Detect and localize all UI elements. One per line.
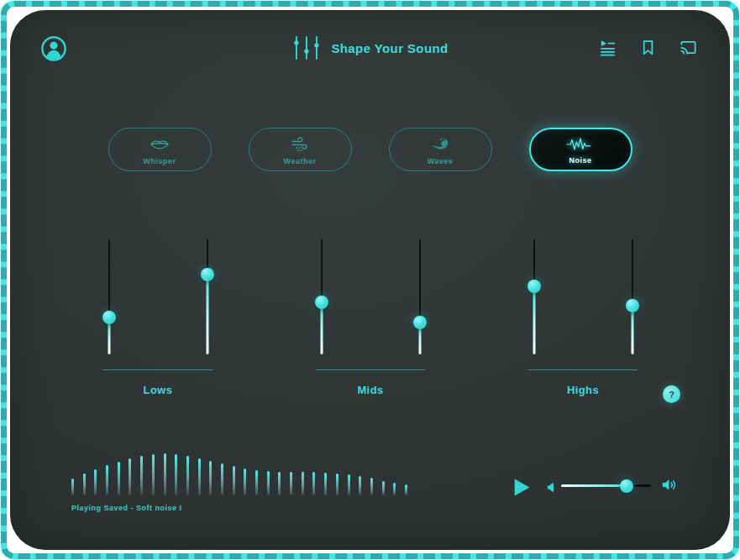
waveform-bar [233,466,235,495]
category-weather[interactable]: Weather [249,128,352,171]
category-noise[interactable]: Noise [529,128,632,171]
category-label: Waves [428,157,454,165]
waveform-bar [255,470,258,495]
eq-slider-pair [315,239,426,354]
help-button[interactable]: ? [663,385,680,403]
volume-knob[interactable] [620,479,633,493]
eq-slider[interactable] [102,239,115,354]
waveform-bar [324,473,327,495]
eq-slider-knob[interactable] [315,296,328,309]
waveform-bar [221,463,223,495]
waveform-bar [118,462,120,495]
group-divider [528,369,638,370]
playlist-play-icon[interactable] [598,38,617,57]
group-label-lows: Lows [102,384,213,396]
category-label: Weather [284,157,317,165]
noise-waveform-icon [566,135,595,154]
waveform-bar [71,479,74,495]
header-actions [598,38,698,57]
waveform-bar [209,461,212,495]
eq-group-lows: Lows [102,239,213,396]
volume-up-icon[interactable] [659,475,679,495]
eq-slider[interactable] [201,239,213,354]
eq-slider-knob[interactable] [413,316,427,329]
eq-slider-knob[interactable] [527,280,541,293]
waveform-bar [106,465,108,495]
play-icon[interactable] [511,477,533,498]
waveform-bar [359,476,361,495]
waveform-bar [348,474,350,495]
page-title: Shape Your Sound [331,41,448,55]
waveform-bar [198,458,201,495]
eq-slider-pair [102,239,213,354]
volume-down-icon[interactable] [545,480,559,495]
waveform-bar [393,483,396,495]
eq-group-mids: Mids [315,239,426,396]
waveform-bar [94,469,97,495]
waveform-bar [83,474,86,495]
category-label: Noise [569,156,591,165]
wind-icon [288,134,312,154]
category-whisper[interactable]: Whisper [108,128,212,171]
now-playing-status: Playing Saved - Soft noise I [71,504,182,512]
waveform-bar [405,484,407,495]
waveform-bar [302,472,304,495]
waveform-bar [278,472,281,495]
eq-slider-knob[interactable] [201,268,214,281]
eq-slider-fill [206,275,208,354]
eq-slider-knob[interactable] [626,299,639,312]
eq-slider[interactable] [527,239,540,354]
waveform-bar [186,456,189,495]
volume-fill [561,484,627,487]
waveform-bar [382,481,385,495]
waveform-bar [175,454,177,495]
category-row: Whisper Weather [10,128,730,171]
app-window: Shape Your Sound [10,10,730,550]
waveform-bar [267,471,270,495]
waveform-bar [164,453,166,495]
volume-slider[interactable] [561,484,651,487]
eq-slider[interactable] [626,239,638,354]
waveform-bar [129,458,131,495]
lips-icon [148,134,171,154]
eq-slider[interactable] [315,239,328,354]
waveform-bar [312,472,315,495]
eq-slider[interactable] [413,239,426,354]
eq-slider-knob[interactable] [102,311,116,324]
category-waves[interactable]: Waves [389,128,492,171]
waveform-bar [152,454,155,495]
waveform-bar [370,478,373,495]
app-title-group: Shape Your Sound [291,35,448,60]
eq-group-highs: Highs [527,239,638,396]
user-avatar-icon[interactable] [40,35,67,62]
waveform-bar [336,474,339,495]
eq-slider-pair [527,239,638,354]
group-label-mids: Mids [315,384,426,396]
eq-slider-fill [631,306,633,354]
cast-icon[interactable] [679,38,698,57]
waveform-bar [140,456,143,495]
bookmark-icon[interactable] [639,39,657,56]
app-canvas: Shape Your Sound [0,0,740,560]
category-label: Whisper [143,157,176,165]
wave-icon [428,134,452,154]
group-divider [316,369,425,370]
group-label-highs: Highs [527,384,638,396]
waveform-bar [290,472,292,495]
eq-slider-fill [533,286,535,354]
group-divider [103,369,213,370]
eq-slider-fill [320,302,323,354]
waveform-bar [244,468,246,495]
equalizer-sliders-icon [291,35,320,60]
waveform [71,448,407,495]
